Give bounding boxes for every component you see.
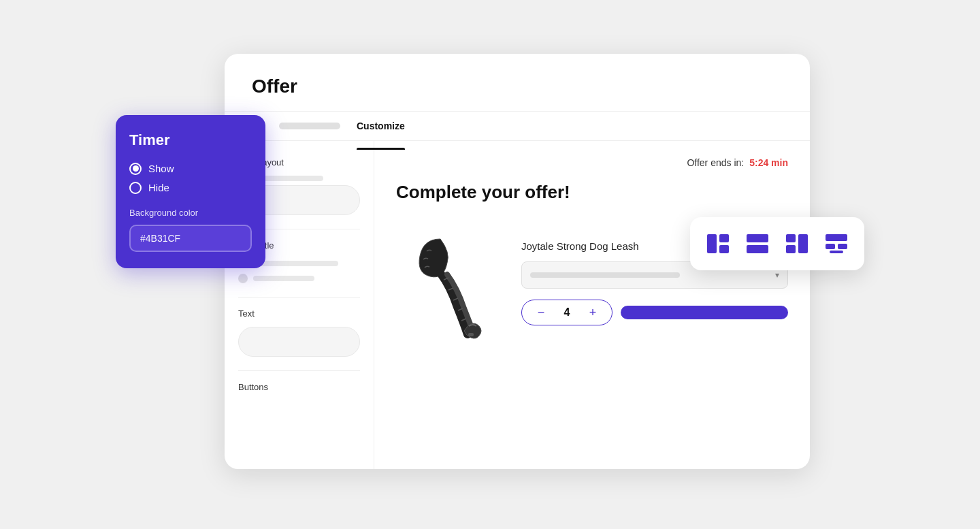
buttons-label: Buttons xyxy=(238,382,360,392)
product-image xyxy=(396,222,505,344)
layout-left-icon[interactable] xyxy=(704,229,732,258)
card-body: Offer layout Offer title Text Button xyxy=(225,141,810,469)
svg-rect-4 xyxy=(747,234,768,242)
show-radio-fill xyxy=(133,165,139,172)
svg-rect-2 xyxy=(719,234,729,242)
hide-radio[interactable] xyxy=(129,182,142,194)
hide-option[interactable]: Hide xyxy=(129,182,252,194)
timer-value: 5:24 min xyxy=(749,157,788,168)
page-title: Offer xyxy=(252,76,783,97)
tab-customize[interactable]: Customize xyxy=(357,112,405,140)
skeleton-3 xyxy=(253,276,314,281)
layout-split-icon[interactable] xyxy=(822,229,851,258)
svg-rect-3 xyxy=(719,245,729,253)
layout-left-svg xyxy=(706,231,730,256)
variant-bar xyxy=(530,272,680,278)
timer-card: Timer Show Hide Background color #4B31CF xyxy=(116,115,265,268)
quantity-value: 4 xyxy=(560,306,574,319)
color-input[interactable]: #4B31CF xyxy=(129,225,252,252)
layout-card xyxy=(690,217,864,270)
layout-right-svg xyxy=(785,231,809,256)
quantity-control: − 4 + xyxy=(521,300,612,325)
timer-card-title: Timer xyxy=(129,131,252,149)
card-header: Offer xyxy=(225,54,810,112)
svg-rect-7 xyxy=(786,245,796,253)
skeleton-2 xyxy=(253,261,338,266)
divider-2 xyxy=(238,297,360,298)
product-name: Joytale Strong Dog Leash xyxy=(521,240,639,252)
tabs-row: Customize xyxy=(225,112,810,141)
leash-illustration xyxy=(403,225,498,341)
color-value: #4B31CF xyxy=(140,233,180,244)
svg-rect-0 xyxy=(468,333,474,336)
text-input[interactable] xyxy=(238,327,360,357)
svg-rect-6 xyxy=(786,234,796,242)
timer-bar: Offer ends in: 5:24 min xyxy=(396,157,788,168)
layout-center-svg xyxy=(745,231,770,256)
show-option[interactable]: Show xyxy=(129,163,252,175)
layout-right-icon[interactable] xyxy=(783,229,811,258)
divider-3 xyxy=(238,370,360,371)
tab-skeleton-1 xyxy=(279,123,340,129)
show-label: Show xyxy=(148,163,174,174)
quantity-row: − 4 + xyxy=(521,300,788,325)
timer-label: Offer ends in: xyxy=(687,157,744,168)
increase-button[interactable]: + xyxy=(585,304,601,321)
layout-split-svg xyxy=(824,231,849,256)
scene: Offer Customize Offer layout xyxy=(116,33,864,496)
color-section-label: Background color xyxy=(129,208,252,218)
add-to-cart-button[interactable] xyxy=(621,306,788,319)
svg-rect-11 xyxy=(838,244,847,249)
layout-center-icon[interactable] xyxy=(743,229,772,258)
svg-rect-10 xyxy=(826,244,835,249)
decrease-button[interactable]: − xyxy=(533,304,549,321)
hide-label: Hide xyxy=(148,182,169,193)
text-label: Text xyxy=(238,308,360,319)
svg-rect-9 xyxy=(826,234,847,241)
show-radio[interactable] xyxy=(129,163,142,175)
svg-rect-8 xyxy=(798,234,808,253)
svg-rect-12 xyxy=(830,251,843,253)
svg-rect-5 xyxy=(747,245,768,253)
svg-rect-1 xyxy=(707,234,717,253)
offer-headline: Complete your offer! xyxy=(396,182,788,203)
right-panel: Offer ends in: 5:24 min Complete your of… xyxy=(374,141,810,469)
chevron-down-icon: ▾ xyxy=(775,270,779,280)
title-icon-2 xyxy=(238,274,248,283)
visibility-radio-group: Show Hide xyxy=(129,163,252,194)
